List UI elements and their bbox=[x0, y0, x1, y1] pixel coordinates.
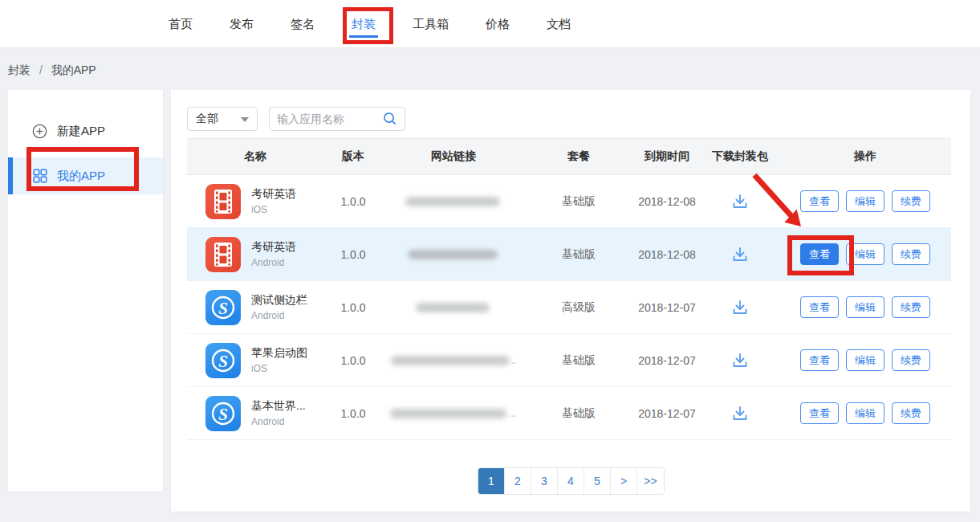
sidebar-item-label: 新建APP bbox=[57, 124, 105, 139]
grid-icon bbox=[33, 169, 47, 183]
app-table: 名称 版本 网站链接 套餐 到期时间 下载封装包 操作 考研英语 iOS 1.0… bbox=[187, 138, 951, 440]
nav-item-package[interactable]: 封装 bbox=[352, 0, 376, 48]
nav-item-home[interactable]: 首页 bbox=[169, 0, 193, 48]
film-icon bbox=[205, 184, 241, 219]
app-plan: 基础版 bbox=[524, 247, 633, 262]
app-name: 基本世界... bbox=[251, 399, 306, 414]
col-header-actions: 操作 bbox=[779, 149, 951, 164]
app-expires: 2018-12-07 bbox=[633, 407, 701, 420]
svg-text:S: S bbox=[218, 298, 228, 317]
download-icon[interactable] bbox=[730, 298, 750, 317]
app-platform: iOS bbox=[251, 204, 267, 215]
sidebar-item-new-app[interactable]: 新建APP bbox=[8, 112, 163, 149]
app-version: 1.0.0 bbox=[323, 195, 383, 208]
s-logo-icon: S bbox=[205, 290, 241, 325]
page-button-3[interactable]: 3 bbox=[531, 468, 558, 494]
view-button[interactable]: 查看 bbox=[800, 402, 839, 424]
app-platform: Android bbox=[251, 416, 284, 427]
app-name: 考研英语 bbox=[251, 187, 296, 202]
plus-circle-icon bbox=[32, 124, 47, 139]
film-icon bbox=[205, 237, 241, 272]
breadcrumb-current: 我的APP bbox=[51, 63, 96, 76]
edit-button[interactable]: 编辑 bbox=[846, 190, 884, 212]
page-button-1[interactable]: 1 bbox=[478, 468, 505, 494]
app-link: ... bbox=[383, 408, 524, 419]
sidebar-item-label: 我的APP bbox=[57, 169, 105, 184]
nav-item-publish[interactable]: 发布 bbox=[230, 0, 254, 48]
pagination: 1 2 3 4 5 > >> bbox=[478, 467, 665, 495]
app-version: 1.0.0 bbox=[323, 248, 383, 261]
table-header-row: 名称 版本 网站链接 套餐 到期时间 下载封装包 操作 bbox=[187, 138, 951, 175]
app-name: 考研英语 bbox=[251, 240, 296, 255]
col-header-name: 名称 bbox=[187, 149, 323, 164]
download-icon[interactable] bbox=[730, 351, 750, 370]
breadcrumb-root[interactable]: 封装 bbox=[8, 63, 30, 76]
renew-button[interactable]: 续费 bbox=[892, 190, 930, 212]
edit-button[interactable]: 编辑 bbox=[846, 296, 884, 318]
col-header-expires: 到期时间 bbox=[633, 149, 701, 164]
table-row: S 基本世界... Android 1.0.0 ... 基础版 2018-12-… bbox=[187, 387, 951, 440]
breadcrumb-separator: / bbox=[39, 63, 43, 76]
table-row: S 测试侧边栏 Android 1.0.0 高级版 2018-12-07 查看 … bbox=[187, 281, 951, 334]
s-logo-icon: S bbox=[205, 396, 241, 431]
renew-button[interactable]: 续费 bbox=[892, 402, 930, 424]
app-version: 1.0.0 bbox=[323, 407, 383, 420]
view-button-active[interactable]: 查看 bbox=[800, 243, 839, 265]
app-link bbox=[383, 197, 524, 206]
view-button[interactable]: 查看 bbox=[800, 349, 839, 371]
nav-item-docs[interactable]: 文档 bbox=[547, 0, 571, 48]
nav-item-toolbox[interactable]: 工具箱 bbox=[413, 0, 449, 48]
svg-text:S: S bbox=[218, 404, 228, 423]
page-button-4[interactable]: 4 bbox=[558, 468, 584, 494]
search-input[interactable] bbox=[277, 112, 375, 125]
col-header-download: 下载封装包 bbox=[701, 149, 779, 164]
filter-bar: 全部 bbox=[187, 107, 405, 131]
edit-button[interactable]: 编辑 bbox=[846, 349, 884, 371]
sidebar-item-my-app[interactable]: 我的APP bbox=[8, 157, 163, 194]
app-plan: 基础版 bbox=[524, 194, 633, 209]
chevron-down-icon bbox=[241, 117, 249, 126]
next-page-button[interactable]: > bbox=[611, 468, 637, 494]
app-platform: Android bbox=[251, 257, 284, 268]
app-version: 1.0.0 bbox=[323, 301, 383, 314]
app-name: 苹果启动图 bbox=[251, 346, 307, 361]
download-icon[interactable] bbox=[730, 192, 750, 211]
last-page-button[interactable]: >> bbox=[637, 468, 664, 494]
search-box bbox=[269, 107, 405, 131]
renew-button[interactable]: 续费 bbox=[892, 243, 930, 265]
breadcrumb: 封装 / 我的APP bbox=[8, 63, 96, 78]
svg-text:S: S bbox=[218, 351, 228, 370]
app-expires: 2018-12-07 bbox=[633, 354, 701, 367]
sidebar: 新建APP 我的APP bbox=[8, 90, 163, 491]
category-select[interactable]: 全部 bbox=[187, 107, 258, 131]
app-plan: 基础版 bbox=[524, 353, 633, 368]
view-button[interactable]: 查看 bbox=[800, 296, 839, 318]
view-button[interactable]: 查看 bbox=[800, 190, 839, 212]
download-icon[interactable] bbox=[730, 404, 750, 423]
nav-item-sign[interactable]: 签名 bbox=[291, 0, 315, 48]
app-link bbox=[383, 250, 524, 259]
main-panel: 全部 名称 版本 网站链接 套餐 到期时间 下载封装包 操作 bbox=[171, 90, 970, 512]
table-row: S 苹果启动图 iOS 1.0.0 .. 基础版 2018-12-07 查看 编… bbox=[187, 334, 951, 387]
app-version: 1.0.0 bbox=[323, 354, 383, 367]
renew-button[interactable]: 续费 bbox=[892, 296, 930, 318]
s-logo-icon: S bbox=[205, 343, 241, 378]
page-button-5[interactable]: 5 bbox=[584, 468, 611, 494]
download-icon[interactable] bbox=[730, 245, 750, 264]
app-expires: 2018-12-08 bbox=[633, 195, 701, 208]
top-nav: 首页 发布 签名 封装 工具箱 价格 文档 bbox=[0, 0, 980, 48]
category-select-value: 全部 bbox=[196, 112, 218, 126]
app-expires: 2018-12-07 bbox=[633, 301, 701, 314]
app-platform: iOS bbox=[251, 363, 267, 374]
page-button-2[interactable]: 2 bbox=[505, 468, 531, 494]
renew-button[interactable]: 续费 bbox=[892, 349, 930, 371]
app-plan: 基础版 bbox=[524, 406, 633, 421]
edit-button[interactable]: 编辑 bbox=[846, 243, 884, 265]
col-header-link: 网站链接 bbox=[383, 149, 524, 164]
app-platform: Android bbox=[251, 310, 284, 321]
nav-item-price[interactable]: 价格 bbox=[486, 0, 510, 48]
table-row: 考研英语 iOS 1.0.0 基础版 2018-12-08 查看 编辑 续费 bbox=[187, 175, 951, 228]
edit-button[interactable]: 编辑 bbox=[846, 402, 884, 424]
search-icon[interactable] bbox=[383, 112, 397, 126]
app-link bbox=[383, 303, 524, 312]
